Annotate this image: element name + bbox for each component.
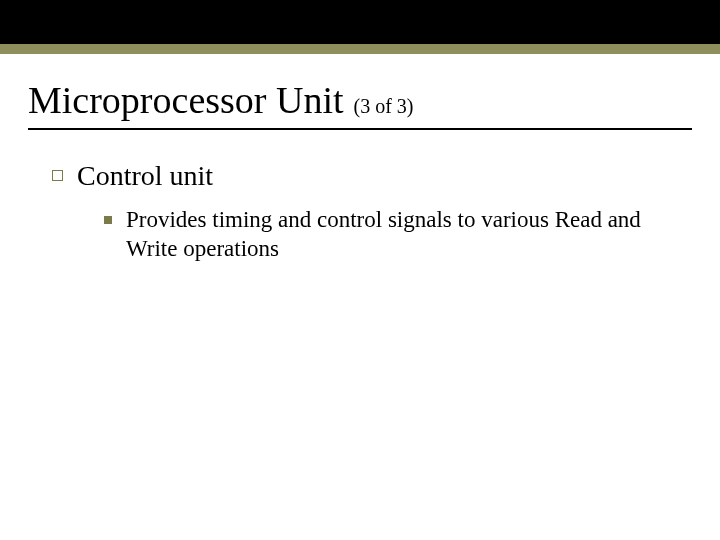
accent-bar	[0, 44, 720, 54]
title-underline	[28, 128, 692, 130]
list-item: Provides timing and control signals to v…	[104, 206, 692, 264]
slide-title: Microprocessor Unit	[28, 79, 344, 121]
square-filled-bullet-icon	[104, 216, 112, 224]
content-area: Control unit Provides timing and control…	[28, 160, 692, 264]
title-block: Microprocessor Unit (3 of 3)	[28, 78, 692, 130]
list-item: Control unit	[52, 160, 692, 192]
square-open-bullet-icon	[52, 170, 63, 181]
level1-text: Control unit	[77, 160, 213, 192]
slide-counter: (3 of 3)	[354, 95, 414, 117]
level2-text: Provides timing and control signals to v…	[126, 206, 672, 264]
top-bar	[0, 0, 720, 44]
